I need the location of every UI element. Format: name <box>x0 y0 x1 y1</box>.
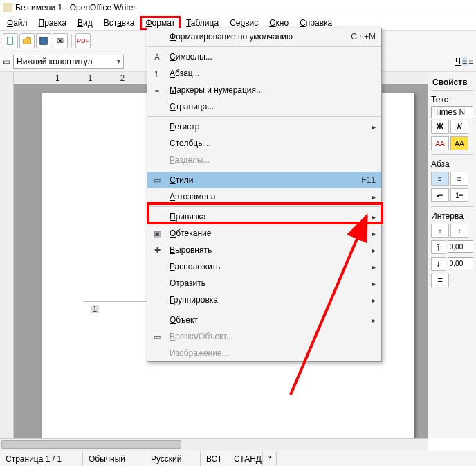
highlight-button[interactable]: AA <box>450 136 468 150</box>
menu-item-label: Столбцы... <box>170 138 370 148</box>
align-left-side-button[interactable]: ≡ <box>431 172 449 186</box>
menu-item-label: Регистр <box>170 122 361 132</box>
menu-item-привязка[interactable]: Привязка <box>147 208 381 225</box>
numbering-button[interactable]: 1≡ <box>450 188 468 202</box>
status-style[interactable]: Обычный <box>83 451 145 466</box>
space-below-spin[interactable]: 0,00 <box>448 257 473 269</box>
menu-item-объект[interactable]: Объект <box>147 312 381 328</box>
menu-item-столбцы[interactable]: Столбцы... <box>147 135 381 152</box>
menu-item-расположить[interactable]: Расположить <box>147 258 381 275</box>
menu-item-изображение: Изображение... <box>147 345 381 361</box>
menu-item-icon: A <box>150 51 164 63</box>
menu-item-регистр[interactable]: Регистр <box>147 118 381 135</box>
menu-item-icon <box>150 347 164 359</box>
align-left-button[interactable]: ≡ <box>462 57 467 66</box>
submenu-arrow-icon <box>372 192 376 201</box>
font-color-button[interactable]: AA <box>431 136 449 150</box>
vertical-ruler <box>0 72 14 438</box>
menu-item-icon: ▭ <box>150 330 164 343</box>
open-button[interactable] <box>19 33 35 48</box>
menu-item-символы[interactable]: AСимволы... <box>147 48 381 65</box>
menu-item-icon: ¶ <box>150 67 164 80</box>
menu-вставка[interactable]: Вставка <box>98 17 140 29</box>
email-button[interactable]: ✉ <box>53 33 68 48</box>
new-doc-button[interactable] <box>3 33 18 48</box>
menu-item-стили[interactable]: ▭СтилиF11 <box>147 172 381 188</box>
status-language[interactable]: Русский <box>145 451 201 466</box>
submenu-arrow-icon <box>372 295 376 305</box>
menu-item-label: Объект <box>170 315 361 325</box>
svg-rect-0 <box>8 37 13 45</box>
menu-item-label: Форматирование по умолчанию <box>170 32 345 42</box>
menu-файл[interactable]: Файл <box>1 17 33 29</box>
menu-item-icon <box>150 190 164 203</box>
menu-item-label: Расположить <box>170 262 361 271</box>
menu-item-абзац[interactable]: ¶Абзац... <box>147 65 381 82</box>
status-bar: Страница 1 / 1 Обычный Русский ВСТ СТАНД… <box>0 451 476 466</box>
status-insert-mode[interactable]: ВСТ <box>201 451 228 466</box>
menu-item-label: Обтекание <box>170 228 361 238</box>
align-center-side-button[interactable]: ≡ <box>450 172 468 186</box>
menu-item-icon <box>150 100 164 113</box>
sidebar-title: Свойств <box>431 75 473 90</box>
svg-rect-1 <box>40 37 48 45</box>
format-menu-dropdown: Форматирование по умолчаниюCtrl+MAСимвол… <box>147 28 382 362</box>
font-name-combo[interactable]: Times N <box>431 106 473 118</box>
menu-item-форматированиепоумолчанию[interactable]: Форматирование по умолчаниюCtrl+M <box>147 28 381 45</box>
bold-button[interactable]: Ж <box>431 120 449 134</box>
align-center-button[interactable]: ≡ <box>468 57 473 66</box>
page-number-field[interactable]: 1 <box>91 305 99 313</box>
window-title: Без имени 1 - OpenOffice Writer <box>15 3 136 12</box>
menu-item-отразить[interactable]: Отразить <box>147 275 381 292</box>
menu-item-автозамена[interactable]: Автозамена <box>147 188 381 205</box>
text-section-label: Текст <box>431 93 473 106</box>
space-below-icon: ⭳ <box>431 257 446 271</box>
status-selection-mode[interactable]: СТАНД <box>228 451 263 466</box>
paragraph-style-combo[interactable]: Нижний колонтитул <box>13 55 124 69</box>
pdf-export-button[interactable]: PDF <box>75 33 91 48</box>
styles-button[interactable]: ▭ <box>3 57 10 66</box>
spacing-section-label: Интерва <box>431 210 473 222</box>
submenu-arrow-icon <box>372 278 376 288</box>
menu-item-icon <box>150 314 164 326</box>
menu-item-label: Привязка <box>170 212 361 222</box>
menu-item-страница[interactable]: Страница... <box>147 98 381 115</box>
menu-item-label: Выровнять <box>170 245 361 255</box>
menu-item-выровнять[interactable]: ✚Выровнять <box>147 242 381 258</box>
menu-item-shortcut: F11 <box>361 175 376 185</box>
menu-item-группировка[interactable]: Группировка <box>147 292 381 308</box>
menu-item-icon <box>150 294 164 306</box>
italic-button[interactable]: К <box>450 120 468 134</box>
line-spacing-button[interactable]: ≣ <box>431 274 449 287</box>
space-above-icon: ⭱ <box>431 240 446 254</box>
menu-item-icon: ▭ <box>150 174 164 186</box>
save-button[interactable] <box>36 33 51 48</box>
submenu-arrow-icon <box>372 228 376 238</box>
menu-правка[interactable]: Правка <box>33 17 73 29</box>
menu-item-icon: ▣ <box>150 227 164 240</box>
menu-item-label: Разделы... <box>170 155 370 165</box>
menu-item-icon: ≡ <box>150 84 164 96</box>
title-bar: Без имени 1 - OpenOffice Writer <box>0 0 476 15</box>
menu-item-icon <box>150 154 164 166</box>
status-modified: * <box>263 451 277 466</box>
menu-вид[interactable]: Вид <box>72 17 98 29</box>
increase-spacing-button[interactable]: ↕ <box>431 224 449 238</box>
space-above-spin[interactable]: 0,00 <box>448 240 473 253</box>
menu-item-обтекание[interactable]: ▣Обтекание <box>147 225 381 242</box>
app-icon <box>3 3 12 12</box>
menu-item-label: Отразить <box>170 278 361 288</box>
menu-item-icon <box>150 137 164 150</box>
menu-item-label: Изображение... <box>170 348 370 358</box>
horizontal-scrollbar[interactable] <box>0 438 428 451</box>
menu-item-label: Страница... <box>170 102 370 111</box>
decrease-spacing-button[interactable]: ↕ <box>450 224 468 238</box>
properties-sidebar: Свойств Текст Times N Ж К AA AA Абза ≡ ≡… <box>428 72 476 438</box>
menu-item-label: Абзац... <box>170 69 370 78</box>
menu-item-маркерыинумерация[interactable]: ≡Маркеры и нумерация... <box>147 82 381 98</box>
submenu-arrow-icon <box>372 315 376 325</box>
menu-item-shortcut: Ctrl+M <box>351 32 376 42</box>
bullets-button[interactable]: •≡ <box>431 188 449 202</box>
underline-button[interactable]: Ч <box>455 57 461 66</box>
menu-item-icon <box>150 260 164 273</box>
